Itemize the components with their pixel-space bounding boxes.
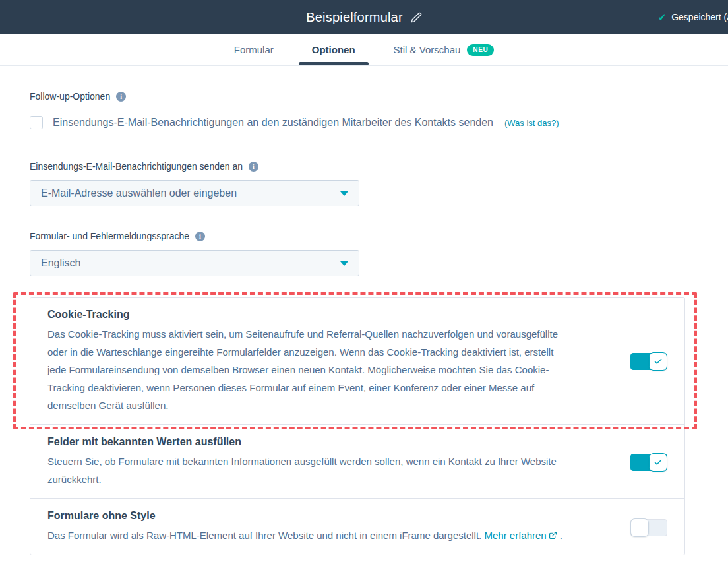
raw-html-section: Formulare ohne Style Das Formular wird a…: [30, 498, 684, 555]
cookie-tracking-section: Cookie-Tracking Das Cookie-Tracking muss…: [30, 298, 684, 424]
followup-options-label-row: Follow-up-Optionen i: [30, 91, 696, 102]
info-icon[interactable]: i: [249, 162, 258, 172]
cookie-tracking-text: Cookie-Tracking Das Cookie-Tracking muss…: [47, 309, 617, 414]
toggle-knob: [649, 453, 667, 472]
info-icon[interactable]: i: [195, 232, 205, 241]
tab-stil-vorschau[interactable]: Stil & Vorschau NEU: [378, 34, 510, 65]
notify-select-label: Einsendungs-E-Mail-Benachrichtigungen se…: [30, 161, 243, 172]
check-icon: ✓: [658, 11, 667, 24]
info-icon[interactable]: i: [116, 92, 126, 102]
followup-options-label: Follow-up-Optionen: [30, 91, 110, 102]
notification-checkbox-row: Einsendungs-E-Mail-Benachrichtigungen an…: [30, 116, 696, 129]
raw-html-title: Formulare ohne Style: [47, 510, 617, 522]
pencil-icon[interactable]: [411, 12, 422, 23]
notify-select-group: Einsendungs-E-Mail-Benachrichtigungen se…: [30, 161, 696, 206]
language-select-value: Englisch: [41, 257, 334, 269]
email-recipient-select[interactable]: E-Mail-Adresse auswählen oder eingeben: [30, 180, 359, 206]
raw-html-description-suffix: .: [557, 530, 562, 541]
external-link-icon[interactable]: [549, 527, 557, 545]
prefill-section: Felder mit bekannten Werten ausfüllen St…: [30, 424, 684, 498]
email-recipient-select-value: E-Mail-Adresse auswählen oder eingeben: [41, 187, 334, 199]
form-title: Beispielformular: [306, 10, 403, 25]
raw-html-description-text: Das Formular wird als Raw-HTML-Element a…: [47, 530, 481, 541]
toggle-knob: [630, 518, 649, 537]
chevron-down-icon: [340, 261, 348, 266]
mehr-erfahren-link[interactable]: Mehr erfahren: [484, 530, 546, 541]
language-select[interactable]: Englisch: [30, 250, 359, 276]
prefill-title: Felder mit bekannten Werten ausfüllen: [47, 436, 617, 448]
language-select-group: Formular- und Fehlermeldungssprache i En…: [30, 231, 696, 276]
notification-checkbox-label: Einsendungs-E-Mail-Benachrichtigungen an…: [53, 117, 493, 129]
prefill-toggle[interactable]: [630, 453, 667, 472]
raw-html-toggle[interactable]: [630, 518, 667, 537]
cookie-tracking-toggle[interactable]: [630, 352, 667, 371]
toggle-knob: [649, 352, 667, 371]
save-status-text: Gespeichert (a: [671, 12, 728, 22]
prefill-description: Steuern Sie, ob Formulare mit bekannten …: [47, 453, 568, 488]
prefill-text: Felder mit bekannten Werten ausfüllen St…: [47, 436, 617, 488]
notification-checkbox[interactable]: [30, 116, 43, 129]
form-editor-page: Beispielformular ✓ Gespeichert (a Formul…: [0, 0, 728, 564]
tab-bar: Formular Optionen Stil & Vorschau NEU: [0, 34, 728, 66]
cookie-tracking-description: Das Cookie-Tracking muss aktiviert sein,…: [47, 325, 563, 414]
tab-optionen-label: Optionen: [312, 44, 355, 55]
cookie-tracking-title: Cookie-Tracking: [47, 309, 617, 321]
raw-html-description: Das Formular wird als Raw-HTML-Element a…: [47, 526, 617, 545]
tab-stil-vorschau-label: Stil & Vorschau: [394, 44, 461, 55]
tab-formular[interactable]: Formular: [218, 34, 289, 65]
language-select-label: Formular- und Fehlermeldungssprache: [30, 231, 189, 241]
tab-formular-label: Formular: [234, 44, 274, 55]
top-bar: Beispielformular ✓ Gespeichert (a: [0, 0, 728, 34]
chevron-down-icon: [340, 191, 348, 196]
notify-select-label-row: Einsendungs-E-Mail-Benachrichtigungen se…: [30, 161, 696, 172]
neu-badge: NEU: [467, 44, 494, 56]
was-ist-das-link[interactable]: (Was ist das?): [504, 118, 559, 128]
language-select-label-row: Formular- und Fehlermeldungssprache i: [30, 231, 696, 241]
tab-optionen[interactable]: Optionen: [296, 34, 371, 65]
form-title-wrap: Beispielformular: [306, 10, 422, 25]
raw-html-text: Formulare ohne Style Das Formular wird a…: [47, 510, 617, 545]
save-status: ✓ Gespeichert (a: [658, 0, 728, 34]
form-options-card: Cookie-Tracking Das Cookie-Tracking muss…: [30, 297, 685, 555]
options-content: Follow-up-Optionen i Einsendungs-E-Mail-…: [0, 66, 728, 555]
